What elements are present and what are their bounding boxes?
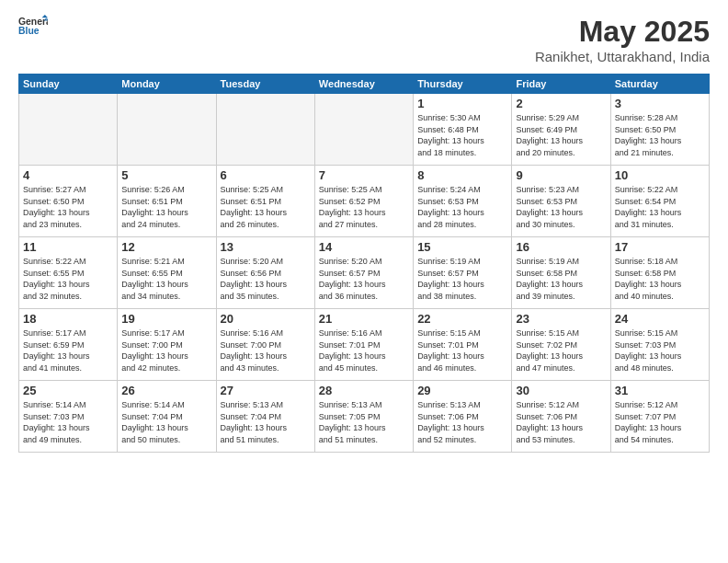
day-info: Sunrise: 5:15 AMSunset: 7:03 PMDaylight:…: [615, 327, 705, 373]
day-cell: 9Sunrise: 5:23 AMSunset: 6:53 PMDaylight…: [512, 166, 610, 237]
day-info: Sunrise: 5:20 AMSunset: 6:56 PMDaylight:…: [221, 256, 311, 302]
day-cell: 1Sunrise: 5:30 AMSunset: 6:48 PMDaylight…: [414, 94, 512, 166]
day-number: 15: [417, 240, 507, 254]
day-info: Sunrise: 5:13 AMSunset: 7:06 PMDaylight:…: [417, 399, 507, 445]
day-info: Sunrise: 5:24 AMSunset: 6:53 PMDaylight:…: [417, 184, 507, 230]
day-number: 9: [516, 168, 606, 182]
day-cell: 28Sunrise: 5:13 AMSunset: 7:05 PMDayligh…: [314, 381, 413, 453]
day-info: Sunrise: 5:17 AMSunset: 7:00 PMDaylight:…: [121, 327, 211, 373]
day-cell: 3Sunrise: 5:28 AMSunset: 6:50 PMDaylight…: [610, 94, 709, 166]
day-number: 17: [615, 240, 705, 254]
col-sunday: Sunday: [19, 75, 118, 94]
day-info: Sunrise: 5:16 AMSunset: 7:01 PMDaylight:…: [319, 327, 409, 373]
day-cell: 11Sunrise: 5:22 AMSunset: 6:55 PMDayligh…: [19, 237, 118, 309]
day-number: 21: [319, 312, 409, 326]
day-number: 26: [121, 384, 211, 397]
logo-icon: General Blue: [18, 15, 48, 37]
calendar-subtitle: Ranikhet, Uttarakhand, India: [535, 49, 710, 64]
day-cell: 5Sunrise: 5:26 AMSunset: 6:51 PMDaylight…: [118, 166, 216, 237]
day-info: Sunrise: 5:26 AMSunset: 6:51 PMDaylight:…: [121, 184, 211, 230]
day-cell: 12Sunrise: 5:21 AMSunset: 6:55 PMDayligh…: [118, 237, 216, 309]
day-number: 4: [23, 168, 113, 182]
week-row-3: 11Sunrise: 5:22 AMSunset: 6:55 PMDayligh…: [19, 237, 710, 309]
day-info: Sunrise: 5:12 AMSunset: 7:06 PMDaylight:…: [516, 399, 606, 445]
day-info: Sunrise: 5:25 AMSunset: 6:51 PMDaylight:…: [221, 184, 311, 230]
calendar-title: May 2025: [535, 15, 710, 49]
day-cell: 17Sunrise: 5:18 AMSunset: 6:58 PMDayligh…: [610, 237, 709, 309]
day-info: Sunrise: 5:22 AMSunset: 6:55 PMDaylight:…: [23, 256, 113, 302]
day-number: 5: [121, 168, 211, 182]
day-number: 22: [417, 312, 507, 326]
week-row-5: 25Sunrise: 5:14 AMSunset: 7:03 PMDayligh…: [19, 381, 710, 453]
day-cell: 18Sunrise: 5:17 AMSunset: 6:59 PMDayligh…: [19, 309, 118, 381]
day-cell: 15Sunrise: 5:19 AMSunset: 6:57 PMDayligh…: [414, 237, 512, 309]
day-cell: 19Sunrise: 5:17 AMSunset: 7:00 PMDayligh…: [118, 309, 216, 381]
day-number: 19: [121, 312, 211, 326]
day-info: Sunrise: 5:15 AMSunset: 7:02 PMDaylight:…: [516, 327, 606, 373]
day-info: Sunrise: 5:17 AMSunset: 6:59 PMDaylight:…: [23, 327, 113, 373]
day-cell: 26Sunrise: 5:14 AMSunset: 7:04 PMDayligh…: [118, 381, 216, 453]
calendar-table: Sunday Monday Tuesday Wednesday Thursday…: [18, 74, 710, 453]
day-number: 8: [417, 168, 507, 182]
day-number: 29: [417, 384, 507, 397]
day-cell: 23Sunrise: 5:15 AMSunset: 7:02 PMDayligh…: [512, 309, 610, 381]
day-cell: 7Sunrise: 5:25 AMSunset: 6:52 PMDaylight…: [314, 166, 413, 237]
day-number: 20: [221, 312, 311, 326]
title-block: May 2025 Ranikhet, Uttarakhand, India: [535, 15, 710, 64]
day-number: 23: [516, 312, 606, 326]
day-cell: [118, 94, 216, 166]
day-info: Sunrise: 5:23 AMSunset: 6:53 PMDaylight:…: [516, 184, 606, 230]
day-info: Sunrise: 5:12 AMSunset: 7:07 PMDaylight:…: [615, 399, 705, 445]
day-info: Sunrise: 5:21 AMSunset: 6:55 PMDaylight:…: [121, 256, 211, 302]
logo: General Blue: [18, 15, 48, 37]
day-cell: 27Sunrise: 5:13 AMSunset: 7:04 PMDayligh…: [216, 381, 314, 453]
day-info: Sunrise: 5:13 AMSunset: 7:04 PMDaylight:…: [221, 399, 311, 445]
header-row: Sunday Monday Tuesday Wednesday Thursday…: [19, 75, 710, 94]
day-cell: 20Sunrise: 5:16 AMSunset: 7:00 PMDayligh…: [216, 309, 314, 381]
day-cell: 29Sunrise: 5:13 AMSunset: 7:06 PMDayligh…: [414, 381, 512, 453]
day-number: 2: [516, 97, 606, 110]
day-cell: 10Sunrise: 5:22 AMSunset: 6:54 PMDayligh…: [610, 166, 709, 237]
day-info: Sunrise: 5:20 AMSunset: 6:57 PMDaylight:…: [319, 256, 409, 302]
day-cell: 21Sunrise: 5:16 AMSunset: 7:01 PMDayligh…: [314, 309, 413, 381]
day-cell: 14Sunrise: 5:20 AMSunset: 6:57 PMDayligh…: [314, 237, 413, 309]
day-number: 18: [23, 312, 113, 326]
day-number: 12: [121, 240, 211, 254]
day-cell: 4Sunrise: 5:27 AMSunset: 6:50 PMDaylight…: [19, 166, 118, 237]
day-number: 27: [221, 384, 311, 397]
day-number: 30: [516, 384, 606, 397]
week-row-2: 4Sunrise: 5:27 AMSunset: 6:50 PMDaylight…: [19, 166, 710, 237]
day-info: Sunrise: 5:18 AMSunset: 6:58 PMDaylight:…: [615, 256, 705, 302]
day-number: 6: [221, 168, 311, 182]
day-cell: 6Sunrise: 5:25 AMSunset: 6:51 PMDaylight…: [216, 166, 314, 237]
day-info: Sunrise: 5:19 AMSunset: 6:58 PMDaylight:…: [516, 256, 606, 302]
day-info: Sunrise: 5:14 AMSunset: 7:03 PMDaylight:…: [23, 399, 113, 445]
day-cell: 13Sunrise: 5:20 AMSunset: 6:56 PMDayligh…: [216, 237, 314, 309]
day-info: Sunrise: 5:28 AMSunset: 6:50 PMDaylight:…: [615, 112, 705, 158]
day-number: 25: [23, 384, 113, 397]
day-number: 11: [23, 240, 113, 254]
day-cell: 22Sunrise: 5:15 AMSunset: 7:01 PMDayligh…: [414, 309, 512, 381]
col-thursday: Thursday: [414, 75, 512, 94]
svg-text:Blue: Blue: [18, 26, 40, 36]
day-cell: 2Sunrise: 5:29 AMSunset: 6:49 PMDaylight…: [512, 94, 610, 166]
day-info: Sunrise: 5:19 AMSunset: 6:57 PMDaylight:…: [417, 256, 507, 302]
day-info: Sunrise: 5:22 AMSunset: 6:54 PMDaylight:…: [615, 184, 705, 230]
day-number: 14: [319, 240, 409, 254]
day-cell: 16Sunrise: 5:19 AMSunset: 6:58 PMDayligh…: [512, 237, 610, 309]
day-cell: [19, 94, 118, 166]
col-wednesday: Wednesday: [314, 75, 413, 94]
week-row-1: 1Sunrise: 5:30 AMSunset: 6:48 PMDaylight…: [19, 94, 710, 166]
day-number: 28: [319, 384, 409, 397]
day-info: Sunrise: 5:16 AMSunset: 7:00 PMDaylight:…: [221, 327, 311, 373]
day-cell: 31Sunrise: 5:12 AMSunset: 7:07 PMDayligh…: [610, 381, 709, 453]
day-info: Sunrise: 5:15 AMSunset: 7:01 PMDaylight:…: [417, 327, 507, 373]
day-number: 16: [516, 240, 606, 254]
day-number: 1: [417, 97, 507, 110]
col-friday: Friday: [512, 75, 610, 94]
day-info: Sunrise: 5:13 AMSunset: 7:05 PMDaylight:…: [319, 399, 409, 445]
header: General Blue May 2025 Ranikhet, Uttarakh…: [18, 15, 710, 64]
week-row-4: 18Sunrise: 5:17 AMSunset: 6:59 PMDayligh…: [19, 309, 710, 381]
day-number: 3: [615, 97, 705, 110]
page: General Blue May 2025 Ranikhet, Uttarakh…: [0, 0, 728, 563]
